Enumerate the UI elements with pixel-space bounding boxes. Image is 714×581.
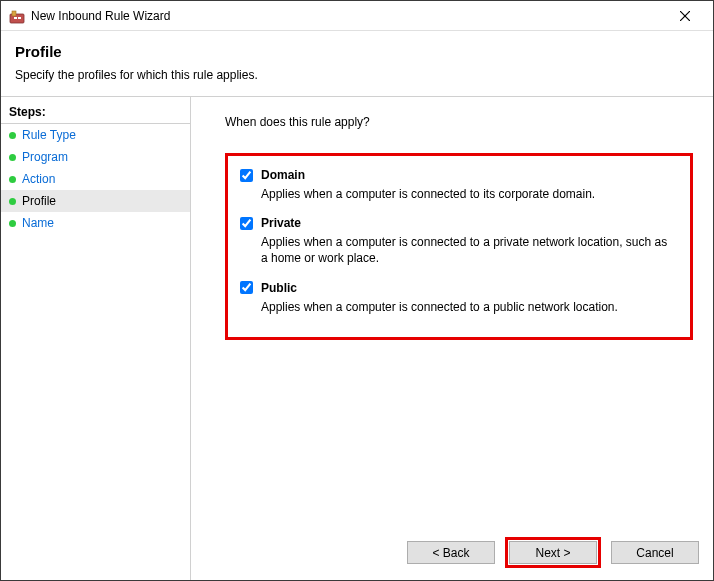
svg-rect-2 (14, 17, 17, 19)
titlebar: New Inbound Rule Wizard (1, 1, 713, 31)
back-button[interactable]: < Back (407, 541, 495, 564)
option-row: Private (240, 216, 674, 230)
step-bullet-icon (9, 176, 16, 183)
option-label: Private (261, 216, 301, 230)
wizard-window: New Inbound Rule Wizard Profile Specify … (0, 0, 714, 581)
step-label: Rule Type (22, 128, 76, 142)
window-title: New Inbound Rule Wizard (31, 9, 665, 23)
close-icon (680, 11, 690, 21)
profile-option-domain: DomainApplies when a computer is connect… (240, 168, 674, 202)
step-bullet-icon (9, 198, 16, 205)
step-item-name[interactable]: Name (1, 212, 190, 234)
option-row: Domain (240, 168, 674, 182)
step-label: Action (22, 172, 55, 186)
step-bullet-icon (9, 220, 16, 227)
footer-buttons: < Back Next > Cancel (191, 529, 713, 580)
body: Steps: Rule TypeProgramActionProfileName… (1, 96, 713, 580)
profile-option-private: PrivateApplies when a computer is connec… (240, 216, 674, 266)
option-description: Applies when a computer is connected to … (261, 186, 674, 202)
profile-option-public: PublicApplies when a computer is connect… (240, 281, 674, 315)
step-bullet-icon (9, 154, 16, 161)
option-label: Public (261, 281, 297, 295)
checkbox-domain[interactable] (240, 169, 253, 182)
step-item-rule-type[interactable]: Rule Type (1, 124, 190, 146)
page-subtitle: Specify the profiles for which this rule… (15, 68, 699, 82)
cancel-button[interactable]: Cancel (611, 541, 699, 564)
steps-heading: Steps: (1, 101, 190, 124)
step-label: Program (22, 150, 68, 164)
step-bullet-icon (9, 132, 16, 139)
app-icon (9, 8, 25, 24)
step-item-program[interactable]: Program (1, 146, 190, 168)
close-button[interactable] (665, 2, 705, 30)
step-label: Name (22, 216, 54, 230)
page-title: Profile (15, 43, 699, 60)
content-area: When does this rule apply? DomainApplies… (191, 97, 713, 580)
svg-rect-3 (18, 17, 21, 19)
next-button-highlight: Next > (505, 537, 601, 568)
steps-sidebar: Steps: Rule TypeProgramActionProfileName (1, 97, 191, 580)
header: Profile Specify the profiles for which t… (1, 31, 713, 96)
checkbox-public[interactable] (240, 281, 253, 294)
step-item-profile[interactable]: Profile (1, 190, 190, 212)
step-label: Profile (22, 194, 56, 208)
option-label: Domain (261, 168, 305, 182)
step-item-action[interactable]: Action (1, 168, 190, 190)
option-row: Public (240, 281, 674, 295)
next-button[interactable]: Next > (509, 541, 597, 564)
option-description: Applies when a computer is connected to … (261, 234, 674, 266)
option-description: Applies when a computer is connected to … (261, 299, 674, 315)
checkbox-private[interactable] (240, 217, 253, 230)
svg-rect-1 (12, 11, 16, 16)
profile-options-highlight: DomainApplies when a computer is connect… (225, 153, 693, 340)
question-text: When does this rule apply? (225, 115, 697, 129)
